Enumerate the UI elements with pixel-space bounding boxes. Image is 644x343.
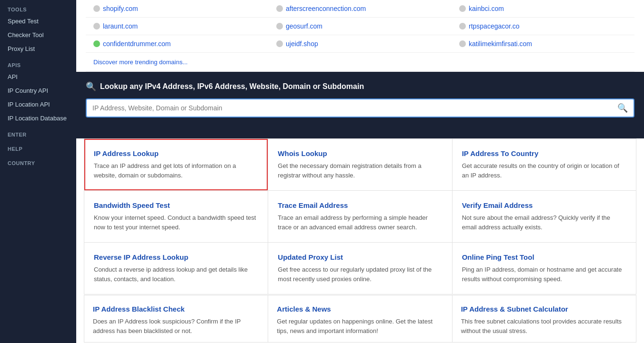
main-content: shopify.com afterscreenconnection.com ka…	[76, 0, 644, 343]
tool-card-desc: Get accurate results on the country of o…	[462, 161, 626, 180]
tool-card-desc: Trace an email address by performing a s…	[278, 213, 442, 232]
tool-card-title: IP Address Lookup	[94, 149, 258, 157]
tool-card-ping-test[interactable]: Online Ping Test Tool Ping an IP address…	[453, 243, 636, 294]
sidebar-item-checker-tool[interactable]: Checker Tool	[0, 28, 76, 42]
sidebar-section-help: Help	[0, 139, 76, 154]
tool-card-title: Online Ping Test Tool	[462, 253, 626, 261]
sidebar-item-location-db[interactable]: IP Location Database	[0, 111, 76, 125]
sidebar-section-apis: APIs	[0, 56, 76, 70]
domain-cell[interactable]: laraunt.com	[86, 18, 269, 35]
tool-card-title: Whois Lookup	[278, 149, 442, 157]
tool-card-blacklist-check[interactable]: IP Address Blacklist Check Does an IP Ad…	[84, 295, 268, 342]
domain-favicon	[459, 5, 466, 12]
tool-card-desc: Know your internet speed. Conduct a band…	[94, 213, 258, 232]
tool-card-trace-email[interactable]: Trace Email Address Trace an email addre…	[268, 191, 452, 242]
sidebar-section-tools: Tools	[0, 0, 76, 14]
sidebar: Tools Speed Test Checker Tool Proxy List…	[0, 0, 76, 343]
domain-favicon	[276, 23, 283, 29]
domain-cell[interactable]: kainbci.com	[452, 0, 634, 18]
bottom-tools-row: IP Address Blacklist Check Does an IP Ad…	[84, 295, 636, 343]
tool-card-title: Bandwidth Speed Test	[94, 201, 258, 209]
tools-header-bar	[76, 129, 644, 138]
tool-card-reverse-ip[interactable]: Reverse IP Address Lookup Conduct a reve…	[84, 243, 268, 294]
domain-cell[interactable]: afterscreenconnection.com	[269, 0, 452, 18]
search-title: 🔍 Lookup any IPv4 Address, IPv6 Address,…	[86, 81, 634, 92]
domain-favicon	[459, 40, 466, 47]
discover-more-link[interactable]: Discover more trending domains...	[86, 53, 634, 72]
tool-card-title: Trace Email Address	[278, 201, 442, 209]
domain-favicon	[459, 23, 466, 29]
tool-card-whois-lookup[interactable]: Whois Lookup Get the necessary domain re…	[268, 139, 452, 190]
tool-card-title: IP Address To Country	[462, 149, 626, 157]
search-icon: 🔍	[86, 81, 96, 92]
sidebar-section-country: Country	[0, 154, 76, 168]
domain-favicon	[93, 5, 100, 12]
domain-cell[interactable]: shopify.com	[86, 0, 269, 18]
tool-card-desc: Trace an IP address and get lots of info…	[94, 161, 258, 180]
tool-card-proxy-list[interactable]: Updated Proxy List Get free access to ou…	[268, 243, 452, 294]
bottom-card-desc: This free subnet calculations tool provi…	[461, 317, 627, 335]
bottom-card-title: IP Address Blacklist Check	[93, 305, 259, 313]
sidebar-section-enter: Enter	[0, 125, 76, 139]
tool-card-desc: Ping an IP address, domain or hostname a…	[462, 265, 626, 284]
domain-cell[interactable]: katilimekimfirsati.com	[452, 35, 634, 53]
domain-cell[interactable]: ujeidf.shop	[269, 35, 452, 53]
tool-card-title: Verify Email Address	[462, 201, 626, 209]
domain-favicon	[276, 5, 283, 12]
tool-card-title: Updated Proxy List	[278, 253, 442, 261]
sidebar-item-speed-test[interactable]: Speed Test	[0, 14, 76, 28]
domain-favicon	[93, 40, 100, 47]
tool-card-title: Reverse IP Address Lookup	[94, 253, 258, 261]
sidebar-item-proxy-list[interactable]: Proxy List	[0, 42, 76, 56]
domain-cell[interactable]: confidentdrummer.com	[86, 35, 269, 53]
domain-cell[interactable]: rtpspacegacor.co	[452, 18, 634, 35]
sidebar-item-api[interactable]: API	[0, 70, 76, 84]
bottom-card-desc: Does an IP Address look suspicious? Conf…	[93, 317, 259, 335]
tool-card-ip-address-lookup[interactable]: IP Address Lookup Trace an IP address an…	[84, 139, 268, 190]
bottom-card-title: IP Address & Subnet Calculator	[461, 305, 627, 313]
tool-card-articles-news[interactable]: Articles & News Get regular updates on h…	[268, 295, 452, 342]
bottom-card-title: Articles & News	[277, 305, 443, 313]
tools-grid: IP Address Lookup Trace an IP address an…	[84, 138, 636, 294]
search-input[interactable]	[92, 99, 617, 117]
tool-card-desc: Get free access to our regularly updated…	[278, 265, 442, 284]
tool-card-ip-to-country[interactable]: IP Address To Country Get accurate resul…	[453, 139, 636, 190]
search-section: 🔍 Lookup any IPv4 Address, IPv6 Address,…	[76, 72, 644, 129]
trending-section: shopify.com afterscreenconnection.com ka…	[76, 0, 644, 72]
domain-cell[interactable]: geosurf.com	[269, 18, 452, 35]
tool-card-desc: Conduct a reverse ip address lookup and …	[94, 265, 258, 284]
tool-card-verify-email[interactable]: Verify Email Address Not sure about the …	[453, 191, 636, 242]
domain-favicon	[93, 23, 100, 29]
tool-card-desc: Get the necessary domain registration de…	[278, 161, 442, 180]
search-input-wrap: 🔍	[86, 98, 634, 118]
bottom-card-desc: Get regular updates on happenings online…	[277, 317, 443, 335]
tool-card-subnet-calculator[interactable]: IP Address & Subnet Calculator This free…	[453, 295, 636, 342]
tool-card-desc: Not sure about the email address? Quickl…	[462, 213, 626, 232]
domain-favicon	[276, 40, 283, 47]
sidebar-item-country-api[interactable]: IP Country API	[0, 84, 76, 98]
search-submit-icon[interactable]: 🔍	[617, 103, 628, 113]
sidebar-item-location-api[interactable]: IP Location API	[0, 98, 76, 111]
domain-grid: shopify.com afterscreenconnection.com ka…	[86, 0, 634, 53]
tool-card-bandwidth-speed-test[interactable]: Bandwidth Speed Test Know your internet …	[84, 191, 268, 242]
